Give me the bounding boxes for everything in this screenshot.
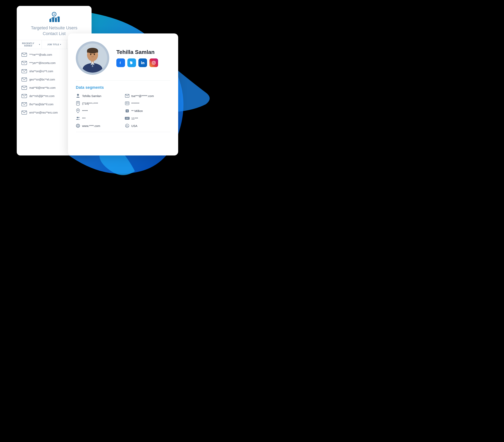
svg-rect-5 <box>58 17 60 22</box>
svg-rect-34 <box>77 103 79 103</box>
email-address: ***ne***@ods.com <box>29 53 52 56</box>
svg-point-38 <box>126 103 127 104</box>
zip-value: 11*** <box>131 117 138 120</box>
chevron-down-icon: ▾ <box>60 43 61 45</box>
data-item-name: Tehilla Samlan <box>76 94 121 98</box>
svg-rect-33 <box>77 102 79 102</box>
email-envelope-icon <box>21 86 27 90</box>
svg-point-41 <box>77 110 79 111</box>
social-icons-group: f <box>116 58 170 67</box>
svg-rect-36 <box>77 104 79 104</box>
recently-added-filter[interactable]: RECENTLY ADDED ▾ <box>17 40 42 49</box>
email-address: da**mh@jk**rm.com <box>29 94 54 98</box>
svg-rect-4 <box>55 18 57 22</box>
svg-point-42 <box>77 117 78 118</box>
location-pin-icon <box>76 109 80 113</box>
data-item-revenue: $ ** Million <box>125 109 170 113</box>
email-address: mat**kl@me**kc.com <box>29 86 55 89</box>
svg-rect-25 <box>141 62 142 64</box>
phone-value: (718)***-**** <box>82 102 98 105</box>
scene: $ Targeted Netsuite Users Contact List R… <box>13 2 210 175</box>
country-globe-icon <box>125 124 129 128</box>
svg-rect-3 <box>52 17 54 22</box>
svg-point-29 <box>155 62 155 62</box>
email-address: sha**on@ro**t.com <box>29 70 53 73</box>
email-value: tsa***@*****.com <box>131 94 154 98</box>
svg-point-44 <box>76 124 80 127</box>
svg-rect-2 <box>49 19 51 22</box>
email-address: geo**sn@bc**el.com <box>29 78 55 81</box>
person-photo <box>78 43 107 73</box>
facebook-icon[interactable]: f <box>116 58 125 67</box>
person-icon <box>76 94 80 98</box>
svg-point-19 <box>94 53 95 55</box>
svg-point-28 <box>153 62 155 64</box>
job-title-filter[interactable]: JOB TITLE ▾ <box>42 40 67 49</box>
group-icon <box>76 116 80 121</box>
data-item-country: USA <box>125 124 170 128</box>
svg-point-18 <box>90 53 91 55</box>
avatar <box>78 43 107 73</box>
data-item-zip: ZIP 11*** <box>125 116 170 121</box>
svg-rect-35 <box>77 103 79 103</box>
email-icon <box>125 94 129 98</box>
country-value: USA <box>131 124 137 127</box>
svg-point-26 <box>141 61 142 62</box>
avatar-ring <box>76 41 109 75</box>
data-item-location: ***** <box>76 109 121 113</box>
data-item-email: tsa***@*****.com <box>125 94 170 98</box>
data-segments-grid: Tehilla Samlan tsa***@*****.com (718)***… <box>76 94 170 128</box>
email-address: tho**as@da**il.com <box>29 103 53 106</box>
email-address: emi**on@reu**ers.com <box>29 111 58 114</box>
data-item-website: www.****.com <box>76 124 121 128</box>
svg-point-43 <box>78 117 79 118</box>
contact-name-value: Tehilla Samlan <box>82 94 101 98</box>
instagram-icon[interactable] <box>149 58 158 67</box>
website-value: www.****.com <box>82 124 100 127</box>
email-envelope-icon <box>21 61 27 65</box>
id-card-icon <box>125 101 129 106</box>
profile-info: Tehilla Samlan f <box>116 49 170 67</box>
data-segments-title: Data segments <box>76 85 170 90</box>
twitter-icon[interactable] <box>127 58 136 67</box>
location-value: ***** <box>82 109 88 113</box>
zip-badge-icon: ZIP <box>125 116 129 121</box>
email-envelope-icon <box>21 102 27 106</box>
svg-rect-17 <box>87 51 98 53</box>
profile-card: Tehilla Samlan f Data <box>68 34 178 156</box>
phone-icon <box>76 101 80 106</box>
card-divider <box>76 132 170 132</box>
svg-text:f: f <box>120 61 121 65</box>
revenue-value: ** Million <box>131 109 143 113</box>
globe-icon <box>76 124 80 128</box>
profile-top-section: Tehilla Samlan f <box>76 41 170 81</box>
email-envelope-icon <box>21 94 27 98</box>
id-value: ******* <box>131 102 139 105</box>
svg-text:$: $ <box>54 13 55 15</box>
analytics-logo-icon: $ <box>48 11 60 23</box>
dollar-badge-icon: $ <box>125 109 129 113</box>
profile-name: Tehilla Samlan <box>116 49 170 55</box>
linkedin-icon[interactable] <box>138 58 147 67</box>
email-envelope-icon <box>21 78 27 81</box>
svg-point-30 <box>77 94 79 96</box>
email-address: ***yer**@incorta.com <box>29 61 55 65</box>
chevron-down-icon: ▾ <box>39 43 40 45</box>
data-item-id: ******* <box>125 101 170 106</box>
email-envelope-icon <box>21 53 27 57</box>
email-envelope-icon <box>21 111 27 115</box>
data-item-phone: (718)***-**** <box>76 101 121 106</box>
svg-point-45 <box>77 124 79 127</box>
email-envelope-icon <box>21 69 27 73</box>
employees-value: *** <box>82 117 86 120</box>
data-item-employees: *** <box>76 116 121 121</box>
